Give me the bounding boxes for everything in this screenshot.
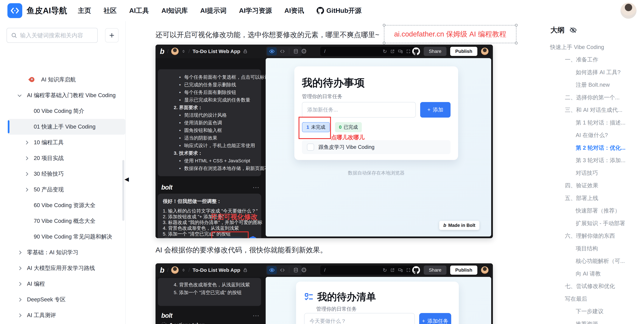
outline-item[interactable]: 项目结构 — [549, 242, 639, 255]
nav-item[interactable]: 主页 — [78, 6, 91, 15]
chevron-icon[interactable] — [16, 283, 23, 285]
chevron-icon[interactable] — [16, 298, 23, 301]
chevron-icon[interactable] — [16, 251, 23, 254]
outline-item[interactable]: AI 在做什么? — [549, 129, 639, 142]
sidebar-item[interactable]: 01 快速上手 Vibe Coding — [8, 119, 125, 135]
sidebar-item-label: DeepSeek 专区 — [27, 296, 66, 303]
fullscreen-icon — [406, 49, 410, 54]
outline-item[interactable]: 下一步建议 — [549, 305, 639, 318]
outline-item[interactable]: 第 2 轮对话：优化... — [549, 141, 639, 154]
workspace-switcher-icon — [181, 49, 186, 54]
sidebar-item[interactable]: AI 大模型应用开发学习路线 — [0, 260, 125, 276]
chevron-icon[interactable] — [23, 157, 30, 160]
outline-title: 大纲 — [550, 25, 564, 35]
user-avatar[interactable] — [620, 3, 636, 19]
prompt-bullet: 每个任务前面有个复选框，点击可以标记完成 — [163, 73, 256, 81]
nav-item[interactable]: AI知识库 — [162, 6, 188, 15]
outline-item[interactable]: 六、理解你做的东西 — [549, 230, 639, 242]
prompt-bullet: 简洁现代的设计风格 — [163, 111, 256, 119]
screenshot-bolt-1[interactable]: b / / To-Do List Web App ⚙ — [156, 45, 493, 238]
nav-item[interactable]: AI学习资源 — [239, 6, 272, 15]
chat-composer: 很好！但我想做一些调整： 1. 输入框的占位符文字改成 "今天要做什么？"2. … — [158, 194, 261, 238]
prompt-bullet: 圆角按钮和输入框 — [163, 126, 256, 134]
add-task-button: +添加 — [420, 102, 450, 118]
sidebar-scrollbar[interactable] — [122, 160, 124, 221]
outline-item[interactable]: 写在最后 — [549, 293, 639, 305]
more-options-icon: ⋯ — [252, 184, 259, 191]
project-title: To-Do List Web App — [193, 49, 240, 54]
outline-item[interactable]: 快速部署（推荐） — [549, 205, 639, 217]
prompt-bubble: 每个任务前面有个复选框，点击可以标记完成已完成的任务显示删除线每个任务后面有删除… — [158, 69, 261, 176]
sidebar-item[interactable]: AI 编程 — [0, 276, 125, 292]
outline-item[interactable]: 第 3 轮对话：添加... — [549, 154, 639, 167]
nav-item[interactable]: AI提示词 — [200, 6, 226, 15]
outline-item[interactable]: 如何选择 AI 工具? — [549, 66, 639, 79]
pending-count-badge: 1未完成 — [302, 122, 330, 132]
chevron-icon[interactable] — [16, 314, 23, 317]
open-external-icon — [390, 268, 395, 272]
outline-item[interactable]: 一、准备工作 — [549, 54, 639, 66]
outline-item[interactable]: 向 AI 请教 — [549, 267, 639, 280]
add-button[interactable]: + — [105, 28, 118, 42]
search-input[interactable] — [20, 32, 93, 39]
sidebar-item[interactable]: 20 项目实战 — [0, 150, 125, 166]
watermark-selection: ai.codefather.cn 保姆级 AI 编程教程 — [384, 25, 516, 43]
selection-handle — [515, 42, 518, 44]
sidebar: + AI 知识库启航 AI 编程零基础入门教程 Vibe Coding 00 V… — [0, 21, 126, 324]
view-mode-switch — [266, 46, 302, 56]
outline-item[interactable]: 快速上手 Vibe Coding — [549, 41, 639, 54]
outline-item[interactable]: 推荐资源 — [549, 318, 639, 324]
search-icon — [11, 32, 17, 38]
sidebar-item[interactable]: 60 Vibe Coding 资源大全 — [0, 198, 125, 213]
settings-gear-icon: ⚙ — [301, 266, 307, 274]
more-options-icon: ⋯ — [252, 312, 259, 319]
devices-icon — [398, 268, 403, 272]
sidebar-item[interactable]: 00 Vibe Coding 简介 — [0, 103, 125, 119]
outline-item[interactable]: 扩展知识 - 手动部署 — [549, 217, 639, 230]
outline-item[interactable]: 三、和 AI 对话生成代... — [549, 104, 639, 117]
chevron-icon[interactable] — [16, 95, 23, 96]
todo-title: 我的待办清单 — [317, 290, 376, 303]
nav-item-github[interactable]: GitHub开源 — [316, 6, 362, 15]
outline-item[interactable]: 第 1 轮对话：描述... — [549, 116, 639, 129]
sidebar-item[interactable]: AI 应用场景 — [0, 323, 125, 324]
sidebar-item-label: AI 编程零基础入门教程 Vibe Coding — [27, 92, 116, 99]
sidebar-item[interactable]: 10 编程工具 — [0, 135, 125, 150]
sidebar-item[interactable]: 90 Vibe Coding 常见问题和解决 — [0, 229, 125, 245]
chevron-icon[interactable] — [23, 188, 30, 191]
outline-item[interactable]: 注册 Bolt.new — [549, 79, 639, 91]
sidebar-item[interactable]: 零基础：AI 知识学习 — [0, 245, 125, 260]
chevron-icon[interactable] — [23, 141, 30, 144]
refresh-icon: ↻ — [383, 267, 387, 273]
chevron-icon[interactable] — [23, 173, 30, 175]
publish-button: Publish — [450, 266, 477, 275]
sidebar-item[interactable]: AI 工具测评 — [0, 307, 125, 323]
sidebar-item[interactable]: AI 知识库启航 — [0, 72, 125, 87]
screenshot-bolt-2[interactable]: b / / To-Do List Web App ⚙ — [156, 263, 493, 324]
sidebar-item[interactable]: AI 编程零基础入门教程 Vibe Coding — [0, 87, 125, 103]
nav-item[interactable]: 社区 — [104, 6, 117, 15]
sidebar-item-label: 70 Vibe Coding 概念大全 — [34, 217, 96, 225]
outline-item[interactable]: 四、验证效果 — [549, 179, 639, 192]
sidebar-item[interactable]: 70 Vibe Coding 概念大全 — [0, 213, 125, 229]
chevron-icon[interactable] — [16, 267, 23, 270]
prompt-section: 3. 技术要求： — [174, 149, 256, 157]
sidebar-item[interactable]: 30 经验技巧 — [0, 166, 125, 182]
outline-item[interactable]: 五、部署上线 — [549, 192, 639, 205]
outline-item[interactable]: 二、选择你的第一个... — [549, 91, 639, 104]
nav-item[interactable]: AI工具 — [129, 6, 149, 15]
sidebar-item[interactable]: DeepSeek 专区 — [0, 292, 125, 307]
code-icon — [278, 266, 287, 274]
nav-item[interactable]: AI资讯 — [284, 6, 304, 15]
outline-item[interactable]: 对话技巧 — [549, 167, 639, 179]
sidebar-item[interactable]: 50 产品变现 — [0, 182, 125, 198]
outline-item[interactable]: 核心功能解析（可... — [549, 255, 639, 268]
eye-off-icon[interactable] — [570, 27, 577, 34]
sidebar-collapse-icon[interactable]: ◀ — [124, 176, 129, 183]
brand[interactable]: 鱼皮AI导航 — [8, 3, 67, 18]
settings-gear-icon: ⚙ — [301, 47, 307, 55]
fullscreen-icon — [406, 268, 410, 272]
task-checkbox — [307, 143, 314, 151]
code-icon — [278, 47, 287, 55]
outline-item[interactable]: 七、尝试修改和优化 — [549, 280, 639, 293]
